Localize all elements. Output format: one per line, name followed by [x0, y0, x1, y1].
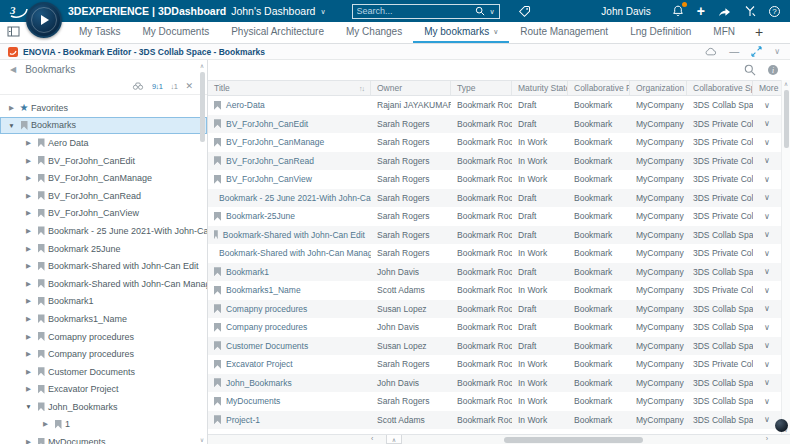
scroll-left-icon[interactable]: ‹: [371, 435, 373, 442]
table-row[interactable]: Aero-DataRajani JAYAKUMARBookmark RootDr…: [208, 96, 781, 115]
table-row[interactable]: Project-1Scott AdamsBookmark RootIn Work…: [208, 411, 781, 430]
collapse-app-chevron-icon[interactable]: ∨: [774, 48, 780, 56]
expand-arrow-icon[interactable]: ▶: [23, 280, 34, 288]
row-more-chevron-icon[interactable]: ∨: [753, 286, 781, 295]
expand-arrow-icon[interactable]: ▶: [40, 420, 51, 428]
tree-item-bv-forjohn-canview[interactable]: ▶BV_ForJohn_CanView: [0, 205, 207, 223]
sort-ascending-icon[interactable]: 9↓1: [152, 82, 163, 91]
info-icon[interactable]: i: [768, 65, 778, 75]
tree-scrollbar[interactable]: ∧ ∨: [198, 60, 206, 444]
scroll-up-icon[interactable]: ∧: [200, 62, 204, 69]
scroll-right-icon[interactable]: ›: [766, 435, 768, 442]
collapse-arrow-icon[interactable]: ▼: [23, 403, 34, 410]
table-row[interactable]: Bookmark-25JuneSarah RogersBookmark Root…: [208, 207, 781, 226]
expand-arrow-icon[interactable]: ▶: [23, 315, 34, 323]
tab-mfn[interactable]: MFN: [702, 22, 746, 43]
expand-arrow-icon[interactable]: ▶: [23, 438, 34, 444]
tab-chevron-icon[interactable]: ∨: [493, 28, 498, 35]
tree-item-mydocuments[interactable]: ▶MyDocuments: [0, 433, 207, 444]
expand-arrow-icon[interactable]: ▶: [23, 227, 34, 235]
table-row[interactable]: BV_ForJohn_CanEditSarah RogersBookmark R…: [208, 115, 781, 134]
row-more-chevron-icon[interactable]: ∨: [753, 101, 781, 110]
tree-item-bookmark-shared-with-john-can-manage[interactable]: ▶Bookmark-Shared with John-Can Manage: [0, 275, 207, 293]
expand-arrow-icon[interactable]: ▶: [23, 333, 34, 341]
table-row[interactable]: Bookmark1John DavisBookmark RootDraftBoo…: [208, 263, 781, 282]
compass-icon[interactable]: [26, 2, 62, 38]
notifications-bell-icon[interactable]: [672, 5, 684, 17]
sort-indicator-icon[interactable]: ↑↓: [359, 85, 364, 92]
tree-item-bookmarks1-name[interactable]: ▶Bookmarks1_Name: [0, 310, 207, 328]
table-row[interactable]: Bookmarks1_NameScott AdamsBookmark RootI…: [208, 281, 781, 300]
tab-my-bookmarks[interactable]: My bookmarks∨: [413, 22, 509, 43]
table-row[interactable]: Excavator ProjectSarah RogersBookmark Ro…: [208, 355, 781, 374]
search-input[interactable]: [357, 6, 472, 16]
table-row[interactable]: BV_ForJohn_CanReadSarah RogersBookmark R…: [208, 152, 781, 171]
tree-item-bookmarks[interactable]: ▼Bookmarks: [0, 117, 207, 135]
row-more-chevron-icon[interactable]: ∨: [753, 360, 781, 369]
column-header-maturity-state[interactable]: Maturity State: [512, 81, 568, 95]
scroll-down-icon[interactable]: ∨: [200, 436, 204, 443]
resize-icon[interactable]: [751, 46, 762, 57]
expand-arrow-icon[interactable]: ▶: [23, 368, 34, 376]
cloud-icon[interactable]: [704, 47, 717, 56]
horizontal-scrollbar[interactable]: ‹ ∧ ›: [208, 434, 790, 444]
expand-arrow-icon[interactable]: ▶: [23, 157, 34, 165]
table-row[interactable]: Bookmark - 25 June 2021-With John-Can Vi…: [208, 189, 781, 208]
chevron-down-icon[interactable]: ∨: [320, 8, 325, 15]
expand-arrow-icon[interactable]: ▶: [23, 262, 34, 270]
row-more-chevron-icon[interactable]: ∨: [753, 378, 781, 387]
table-search-icon[interactable]: [744, 64, 756, 76]
row-more-chevron-icon[interactable]: ∨: [753, 193, 781, 202]
column-header-collaborative-policy[interactable]: Collaborative Policy: [568, 81, 630, 95]
tab-lng-definition[interactable]: Lng Definition: [619, 22, 702, 43]
table-row[interactable]: Comapny proceduresSusan LopezBookmark Ro…: [208, 300, 781, 319]
column-header-organization[interactable]: Organization: [630, 81, 687, 95]
tree-item-john-bookmarks[interactable]: ▼John_Bookmarks: [0, 398, 207, 416]
tree-item-1[interactable]: ▶1: [0, 416, 207, 434]
column-header-more[interactable]: More: [753, 81, 781, 95]
row-more-chevron-icon[interactable]: ∨: [753, 267, 781, 276]
row-more-chevron-icon[interactable]: ∨: [753, 341, 781, 350]
table-scrollbar[interactable]: ∧ ∨: [781, 80, 790, 434]
tree-item-comapny-procedures[interactable]: ▶Comapny procedures: [0, 328, 207, 346]
back-arrow-icon[interactable]: ◀: [10, 65, 16, 74]
row-more-chevron-icon[interactable]: ∨: [753, 212, 781, 221]
row-more-chevron-icon[interactable]: ∨: [753, 397, 781, 406]
row-more-chevron-icon[interactable]: ∨: [753, 175, 781, 184]
assistant-icon[interactable]: [775, 419, 788, 432]
expand-arrow-icon[interactable]: ▶: [23, 174, 34, 182]
tab-route-management[interactable]: Route Management: [509, 22, 619, 43]
tree-item-company-procedures[interactable]: ▶Company procedures: [0, 345, 207, 363]
swym-icon[interactable]: [744, 5, 756, 17]
row-more-chevron-icon[interactable]: ∨: [753, 138, 781, 147]
expand-arrow-icon[interactable]: ▶: [23, 297, 34, 305]
expand-arrow-icon[interactable]: ▶: [6, 104, 17, 112]
add-tab-button[interactable]: +: [746, 22, 772, 43]
tree-item-favorites[interactable]: ▶★Favorites: [0, 99, 207, 117]
expand-arrow-icon[interactable]: ▶: [23, 209, 34, 217]
clear-sort-icon[interactable]: ✕: [185, 81, 193, 91]
tag-icon[interactable]: [518, 5, 531, 18]
table-row[interactable]: Bookmark-Shared with John-Can ManageSara…: [208, 244, 781, 263]
panel-toggle-icon[interactable]: [7, 26, 20, 37]
sort-descending-icon[interactable]: ↓1: [171, 82, 178, 91]
column-header-type[interactable]: Type: [451, 81, 512, 95]
search-icon[interactable]: [475, 6, 485, 16]
row-more-chevron-icon[interactable]: ∨: [753, 156, 781, 165]
tab-physical-architecture[interactable]: Physical Architecture: [220, 22, 335, 43]
scrollbar-thumb[interactable]: [200, 72, 205, 142]
scrollbar-thumb[interactable]: [504, 437, 643, 443]
tree-item-excavator-project[interactable]: ▶Excavator Project: [0, 381, 207, 399]
row-more-chevron-icon[interactable]: ∨: [753, 304, 781, 313]
table-row[interactable]: Customer DocumentsSusan LopezBookmark Ro…: [208, 337, 781, 356]
tree-item-aero-data[interactable]: ▶Aero Data: [0, 134, 207, 152]
find-icon[interactable]: [132, 81, 144, 91]
table-row[interactable]: Bookmark-Shared with John-Can EditSarah …: [208, 226, 781, 245]
table-row[interactable]: MyDocumentsSarah RogersBookmark RootIn W…: [208, 392, 781, 411]
tree-item-customer-documents[interactable]: ▶Customer Documents: [0, 363, 207, 381]
tree-item-bookmark-25-june-2021-with-john-can-view[interactable]: ▶Bookmark - 25 June 2021-With John-Can V…: [0, 222, 207, 240]
table-row[interactable]: John_BookmarksJohn DavisBookmark RootIn …: [208, 374, 781, 393]
tab-my-documents[interactable]: My Documents: [132, 22, 221, 43]
tree-item-bookmark1[interactable]: ▶Bookmark1: [0, 293, 207, 311]
tree-item-bookmark-25june[interactable]: ▶Bookmark 25June: [0, 240, 207, 258]
